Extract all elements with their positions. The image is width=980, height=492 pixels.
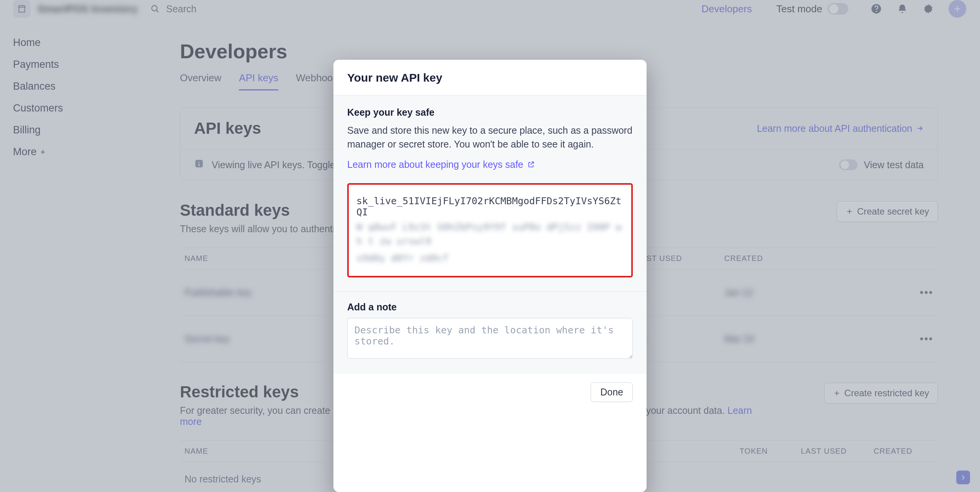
api-key-visible: sk_live_51IVIEjFLyI702rKCMBMgodFFDs2TyIV…: [356, 195, 624, 218]
keep-safe-text: Save and store this new key to a secure …: [347, 123, 633, 151]
modal-title: Your new API key: [347, 71, 633, 84]
external-link-icon: [527, 161, 535, 168]
note-label: Add a note: [347, 302, 633, 313]
done-button[interactable]: Done: [591, 382, 633, 402]
new-api-key-modal: Your new API key Keep your key safe Save…: [333, 60, 647, 492]
api-key-hidden-2: s9d0y d0Yr zd0cf: [356, 251, 624, 266]
keep-safe-learn-link[interactable]: Learn more about keeping your keys safe: [347, 159, 535, 170]
api-key-display[interactable]: sk_live_51IVIEjFLyI702rKCMBMgodFFDs2TyIV…: [347, 183, 633, 278]
modal-overlay[interactable]: Your new API key Keep your key safe Save…: [0, 0, 980, 492]
keep-safe-heading: Keep your key safe: [347, 107, 633, 118]
note-textarea[interactable]: [347, 318, 633, 359]
api-key-hidden-1: W q8wvF L9z3t S0hZbPsy9Y9f suP8o dPj5zz …: [356, 220, 624, 249]
